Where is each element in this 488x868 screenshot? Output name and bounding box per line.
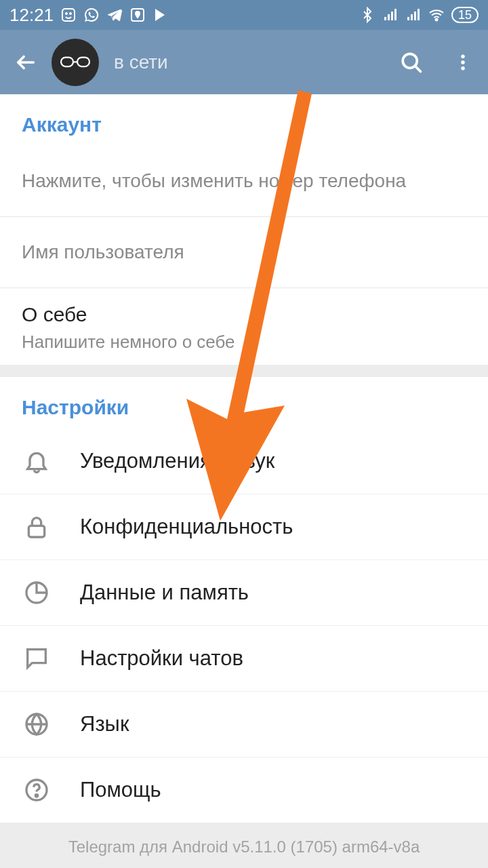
svg-rect-11 xyxy=(28,526,44,537)
settings-item-label: Конфиденциальность xyxy=(80,515,293,539)
svg-point-4 xyxy=(435,19,437,21)
chat-icon xyxy=(22,644,52,673)
settings-item-privacy[interactable]: Конфиденциальность xyxy=(0,494,488,560)
about-row[interactable]: О себе Напишите немного о себе xyxy=(0,288,488,365)
signal-icon xyxy=(382,7,399,23)
settings-item-language[interactable]: Язык xyxy=(0,692,488,757)
app-bar: в сети xyxy=(0,30,488,94)
play-store-icon xyxy=(152,7,169,23)
svg-rect-0 xyxy=(62,9,75,21)
svg-point-15 xyxy=(35,795,37,797)
avatar[interactable] xyxy=(52,39,99,86)
whatsapp-icon xyxy=(83,7,100,23)
wifi-icon xyxy=(428,7,445,23)
account-section-title: Аккаунт xyxy=(0,94,488,146)
svg-point-10 xyxy=(461,66,465,71)
globe-icon xyxy=(22,709,52,739)
settings-item-label: Уведомления и звук xyxy=(80,449,274,473)
status-bar: 12:21 15 xyxy=(0,0,488,30)
svg-point-2 xyxy=(70,13,71,14)
signal-icon-2 xyxy=(405,7,422,23)
back-button[interactable] xyxy=(12,49,39,76)
settings-item-label: Язык xyxy=(80,712,129,736)
phone-row[interactable]: Нажмите, чтобы изменить номер телефона xyxy=(0,146,488,217)
lock-icon xyxy=(22,512,52,542)
about-title: О себе xyxy=(22,303,466,326)
bluetooth-icon xyxy=(359,7,375,23)
username-row[interactable]: Имя пользователя xyxy=(0,217,488,288)
phone-hint: Нажмите, чтобы изменить номер телефона xyxy=(22,170,466,192)
svg-rect-6 xyxy=(77,57,89,66)
settings-item-notifications[interactable]: Уведомления и звук xyxy=(0,429,488,494)
more-button[interactable] xyxy=(450,50,476,75)
about-hint: Напишите немного о себе xyxy=(22,332,466,353)
help-icon xyxy=(22,775,52,805)
settings-item-label: Помощь xyxy=(80,778,161,802)
settings-item-label: Настройки чатов xyxy=(80,646,243,671)
svg-point-1 xyxy=(66,13,67,14)
svg-point-9 xyxy=(461,60,465,64)
bell-icon xyxy=(22,446,52,476)
pie-icon xyxy=(22,578,52,608)
settings-panel: Настройки Уведомления и звук Конфиденциа… xyxy=(0,377,488,823)
online-status: в сети xyxy=(114,52,168,73)
settings-section-title: Настройки xyxy=(0,377,488,429)
svg-rect-5 xyxy=(61,57,73,66)
settings-item-data[interactable]: Данные и память xyxy=(0,560,488,626)
search-button[interactable] xyxy=(399,50,424,75)
settings-item-help[interactable]: Помощь xyxy=(0,757,488,823)
account-panel: Аккаунт Нажмите, чтобы изменить номер те… xyxy=(0,94,488,365)
username-hint: Имя пользователя xyxy=(22,241,466,263)
telegram-icon xyxy=(106,7,123,23)
version-footer: Telegram для Android v5.11.0 (1705) arm6… xyxy=(0,823,488,868)
settings-item-chat[interactable]: Настройки чатов xyxy=(0,626,488,692)
smiley-icon xyxy=(60,7,77,23)
status-time: 12:21 xyxy=(9,5,54,26)
svg-point-8 xyxy=(461,54,465,58)
battery-indicator: 15 xyxy=(451,7,479,23)
maps-icon xyxy=(129,7,146,23)
settings-item-label: Данные и память xyxy=(80,580,249,605)
